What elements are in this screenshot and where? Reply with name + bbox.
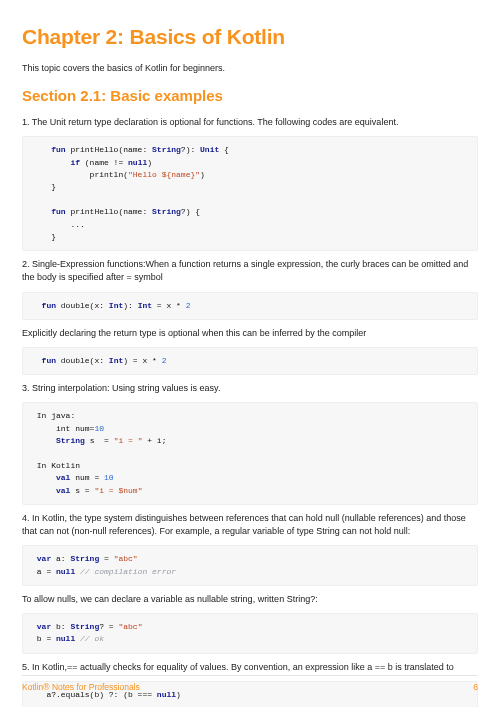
- para-1: 1. The Unit return type declaration is o…: [22, 116, 478, 129]
- code-block-3: fun double(x: Int) = x * 2: [22, 347, 478, 375]
- para-3: Explicitly declaring the return type is …: [22, 327, 478, 340]
- footer-title: Kotlin® Notes for Professionals: [22, 681, 140, 693]
- page-number: 6: [473, 681, 478, 693]
- para-2: 2. Single-Expression functions:When a fu…: [22, 258, 478, 284]
- code-block-1: fun printHello(name: String?): Unit { if…: [22, 136, 478, 251]
- chapter-intro: This topic covers the basics of Kotlin f…: [22, 62, 478, 75]
- code-block-4: In java: int num=10 String s = "i = " + …: [22, 402, 478, 505]
- code-block-6: var b: String? = "abc" b = null // ok: [22, 613, 478, 654]
- code-block-2: fun double(x: Int): Int = x * 2: [22, 292, 478, 320]
- para-4: 3. String interpolation: Using string va…: [22, 382, 478, 395]
- code-block-5: var a: String = "abc" a = null // compil…: [22, 545, 478, 586]
- chapter-title: Chapter 2: Basics of Kotlin: [22, 22, 478, 52]
- para-5: 4. In Kotlin, the type system distinguis…: [22, 512, 478, 538]
- section-title: Section 2.1: Basic examples: [22, 85, 478, 107]
- para-6: To allow nulls, we can declare a variabl…: [22, 593, 478, 606]
- page-footer: Kotlin® Notes for Professionals 6: [22, 675, 478, 693]
- para-7: 5. In Kotlin,== actually checks for equa…: [22, 661, 478, 674]
